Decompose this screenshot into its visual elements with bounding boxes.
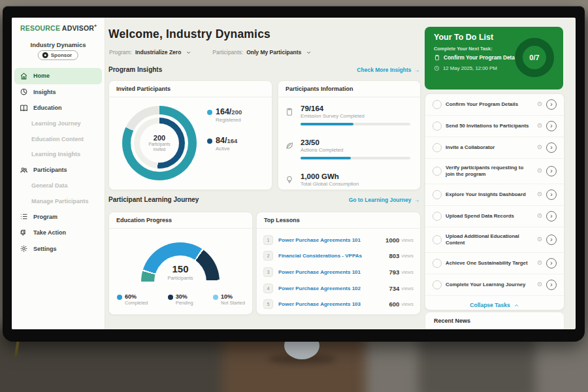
sidebar-item-take-action[interactable]: Take Action [14, 225, 102, 241]
arrow-right-icon: → [414, 67, 420, 73]
task-open-button[interactable] [546, 280, 557, 290]
task-row: Confirm Your Program Details [425, 94, 564, 116]
legend-label: Registered [216, 117, 242, 123]
chevron-down-icon[interactable] [186, 50, 191, 56]
sidebar-item-learning-journey[interactable]: Learning Journey [14, 116, 102, 132]
chevron-down-icon[interactable] [306, 50, 312, 56]
lesson-link[interactable]: Power Purchase Agreements 102 [278, 286, 389, 291]
link-label: Go to Learning Journey [349, 197, 412, 203]
card-title: Participants Information [286, 86, 353, 92]
participants-filter-label: Participants: [212, 49, 243, 56]
task-checkbox[interactable] [433, 259, 442, 268]
task-checkbox[interactable] [433, 190, 442, 199]
task-label: Confirm Your Program Details [446, 101, 533, 108]
sidebar-item-manage-participants[interactable]: Manage Participants [14, 193, 102, 209]
sidebar-item-learning-insights[interactable]: Learning Insights [14, 147, 102, 163]
top-lessons-card: Top Lessons 1 Power Purchase Agreements … [256, 212, 421, 315]
clock-icon [537, 282, 542, 288]
sidebar-item-label: Manage Participants [31, 198, 89, 204]
task-open-button[interactable] [546, 99, 557, 110]
views-label: views [401, 253, 414, 259]
task-open-button[interactable] [546, 166, 557, 176]
sidebar-item-label: Program [33, 214, 57, 220]
legend-dot [117, 295, 122, 300]
task-open-button[interactable] [546, 258, 557, 269]
take-action-puzzle-icon [20, 229, 28, 237]
legend-item-active: 84/164 Active [207, 136, 242, 152]
sidebar-item-participants[interactable]: Participants [14, 162, 102, 178]
views-label: views [401, 269, 414, 275]
legend-label: Not Started [221, 300, 245, 306]
task-row: Upload Spend Data Records [425, 206, 564, 227]
task-label: Complete Your Learning Journey [446, 282, 533, 288]
task-open-button[interactable] [546, 235, 557, 245]
sponsor-badge-label: Sponsor [51, 52, 72, 58]
sponsor-badge[interactable]: Sponsor [38, 50, 78, 60]
task-open-button[interactable] [546, 142, 557, 153]
legend-pct: 60% [125, 293, 148, 300]
participants-filter-value[interactable]: Only My Participants [246, 49, 301, 56]
lesson-rank: 1 [263, 235, 273, 245]
task-open-button[interactable] [546, 189, 557, 200]
task-checkbox[interactable] [433, 280, 442, 289]
sidebar-item-education-content[interactable]: Education Content [14, 131, 102, 147]
clock-icon [537, 144, 542, 151]
card-divider [109, 228, 252, 229]
sidebar-item-insights[interactable]: Insights [14, 84, 102, 101]
lesson-row: 1 Power Purchase Agreements 101 1000 vie… [263, 232, 414, 248]
task-checkbox[interactable] [433, 235, 442, 244]
card-title: Top Lessons [264, 217, 300, 223]
sidebar-item-education[interactable]: Education [14, 100, 102, 116]
task-label: Upload Spend Data Records [446, 213, 533, 220]
lesson-row: 2 Financial Considerations - VPPAs 803 v… [263, 248, 414, 265]
views-label: views [401, 237, 414, 243]
legend-label: Pending [176, 300, 193, 306]
legend-label: Completed [125, 300, 148, 306]
stat-actions-completed: 23/50 Actions Completed [285, 139, 414, 159]
task-checkbox[interactable] [433, 122, 442, 131]
lesson-row: 5 Power Purchase Agreements 103 600 view… [263, 296, 414, 312]
sidebar-item-home[interactable]: Home [14, 68, 102, 84]
task-checkbox[interactable] [433, 100, 442, 109]
go-to-learning-journey-link[interactable]: Go to Learning Journey → [349, 197, 419, 203]
donut-inner-ring: 200 Participants Invited [134, 118, 185, 169]
lesson-link[interactable]: Power Purchase Agreements 103 [278, 301, 389, 307]
sidebar-item-general-data[interactable]: General Data [14, 178, 102, 194]
sidebar-item-label: Take Action [33, 229, 66, 236]
sidebar-item-label: Home [33, 73, 50, 79]
check-more-insights-link[interactable]: Check More Insights → [357, 67, 419, 73]
todo-subtitle: Complete Your Next Task: [434, 46, 493, 52]
card-title: Education Progress [116, 217, 172, 223]
lesson-views: 734 [389, 285, 399, 292]
task-checkbox[interactable] [433, 167, 442, 176]
clock-icon [537, 101, 542, 108]
sidebar-item-settings[interactable]: Settings [14, 241, 102, 257]
program-filter-value[interactable]: Industrialize Zero [135, 49, 181, 56]
views-label: views [401, 286, 414, 291]
logo-plus: + [94, 24, 97, 28]
todo-title: Your To Do List [434, 33, 493, 42]
task-open-button[interactable] [546, 211, 557, 221]
task-open-button[interactable] [546, 121, 557, 131]
legend-label: Active [216, 146, 242, 152]
task-checkbox[interactable] [433, 143, 442, 152]
sidebar-item-program[interactable]: Program [14, 209, 102, 225]
stat-value: 1,000 GWh [301, 172, 414, 180]
lesson-link[interactable]: Power Purchase Agreements 101 [278, 237, 385, 243]
program-filter-label: Program: [109, 49, 132, 56]
lesson-link[interactable]: Power Purchase Agreements 101 [278, 269, 389, 275]
lesson-rank: 4 [263, 284, 273, 293]
task-row: Verify participants requesting to join t… [425, 159, 564, 184]
participants-information-card: Participants Information 79/164 Emission… [278, 80, 421, 190]
survey-clipboard-icon [285, 107, 294, 118]
task-row: Explore Your Insights Dashboard [425, 184, 564, 206]
task-checkbox[interactable] [433, 212, 442, 221]
recent-news-card: Recent News [425, 312, 564, 329]
lesson-link[interactable]: Financial Considerations - VPPAs [278, 253, 389, 259]
stat-value: 23/50 [301, 139, 414, 146]
task-row: Upload Additional Educational Content [425, 227, 564, 253]
legend-pct: 30% [176, 293, 193, 300]
stat-label: Actions Completed [301, 147, 414, 153]
sidebar-item-label: Education [33, 105, 62, 111]
progress-track [301, 157, 410, 159]
